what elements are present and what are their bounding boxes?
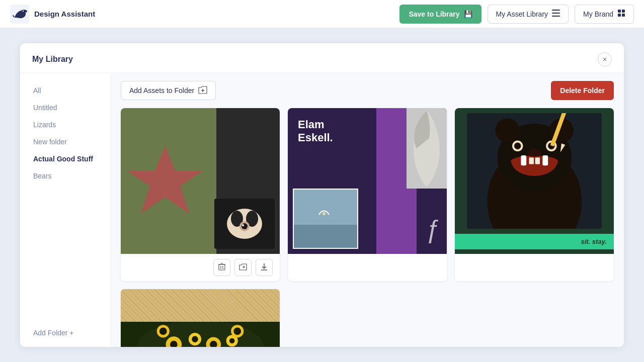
add-folder-button[interactable]: Add Folder + (28, 324, 102, 337)
svg-point-41 (528, 149, 541, 157)
main-content: My Library × All Untitled Lizards New (0, 28, 644, 362)
list-icon (552, 10, 560, 18)
asset-card-1 (121, 108, 280, 281)
delete-asset-button[interactable] (213, 259, 230, 276)
svg-point-16 (242, 223, 248, 229)
card3-bear-image (467, 113, 602, 229)
sidebar-item-untitled[interactable]: Untitled (28, 100, 102, 115)
library-panel: My Library × All Untitled Lizards New (20, 43, 624, 347)
card2-background: ElamEskell. (288, 108, 447, 254)
svg-point-39 (514, 143, 521, 149)
add-assets-button[interactable]: Add Assets to Folder (121, 81, 216, 100)
svg-rect-18 (219, 264, 225, 270)
move-asset-button[interactable] (234, 259, 252, 276)
my-brand-button[interactable]: My Brand (575, 5, 634, 24)
svg-point-57 (233, 328, 241, 335)
svg-rect-34 (542, 155, 548, 165)
asset-card-4-image (121, 289, 280, 347)
svg-rect-26 (294, 225, 358, 249)
sidebar-item-actual-good-stuff[interactable]: Actual Good Stuff (28, 151, 102, 166)
assets-area: Add Assets to Folder Delete Folder (111, 73, 624, 347)
delete-folder-label: Delete Folder (560, 86, 605, 95)
card3-background: sit. stay. (455, 108, 614, 254)
header-actions: Save to Library 💾 My Asset Library My Br… (399, 5, 634, 24)
brand-icon (617, 9, 625, 19)
app-name: Design Assistant (34, 10, 95, 18)
svg-point-31 (495, 118, 519, 142)
sidebar-item-lizards[interactable]: Lizards (28, 117, 102, 132)
asset-card-3-image: sit. stay. (455, 108, 614, 254)
close-icon: × (603, 55, 607, 63)
svg-rect-2 (552, 10, 560, 11)
asset-card-1-image (121, 108, 280, 254)
sidebar-item-bears[interactable]: Bears (28, 168, 102, 184)
svg-rect-33 (521, 155, 526, 165)
svg-rect-8 (622, 14, 625, 17)
card2-sea-photo (293, 189, 358, 249)
header: Design Assistant Save to Library 💾 My As… (0, 0, 644, 28)
svg-rect-3 (552, 13, 560, 14)
asset-card-2-image: ElamEskell. (288, 108, 447, 254)
svg-point-17 (242, 224, 244, 226)
logo-area: Design Assistant (10, 5, 399, 24)
asset-grid: ElamEskell. (121, 108, 614, 347)
svg-point-1 (23, 10, 24, 11)
sidebar-item-new-folder[interactable]: New folder (28, 134, 102, 149)
svg-rect-36 (535, 157, 539, 164)
asset-library-button[interactable]: My Asset Library (488, 5, 569, 24)
card3-text: sit. stay. (455, 234, 614, 249)
asset-card-3: sit. stay. (455, 108, 614, 281)
my-brand-label: My Brand (583, 10, 613, 18)
delete-folder-button[interactable]: Delete Folder (551, 81, 614, 100)
card2-swirl-decoration: ƒ (425, 215, 439, 244)
svg-rect-4 (552, 16, 560, 17)
save-label: Save to Library (409, 10, 459, 18)
asset-card-1-actions (121, 254, 280, 281)
save-icon: 💾 (464, 10, 472, 18)
svg-rect-35 (529, 157, 533, 164)
card2-title-text: ElamEskell. (298, 118, 333, 145)
app-logo (10, 5, 29, 24)
svg-rect-5 (618, 10, 621, 13)
trash-icon (218, 263, 225, 272)
asset-library-label: My Asset Library (496, 10, 548, 18)
folder-move-icon (239, 263, 247, 272)
library-sidebar: All Untitled Lizards New folder Actual G… (20, 73, 111, 347)
close-library-button[interactable]: × (598, 52, 612, 66)
add-assets-label: Add Assets to Folder (129, 86, 194, 95)
folder-add-icon (198, 86, 207, 96)
assets-toolbar: Add Assets to Folder Delete Folder (121, 81, 614, 100)
svg-rect-7 (618, 14, 621, 17)
svg-point-53 (229, 338, 235, 344)
asset-card-2: ElamEskell. (288, 108, 447, 281)
svg-rect-6 (622, 10, 625, 13)
card2-bird-image (407, 108, 447, 189)
star-icon (125, 141, 205, 221)
svg-marker-11 (127, 146, 203, 214)
download-icon (261, 263, 268, 272)
sidebar-item-all[interactable]: All (28, 83, 102, 98)
save-to-library-button[interactable]: Save to Library 💾 (399, 5, 481, 24)
download-asset-button[interactable] (256, 259, 273, 276)
svg-point-51 (192, 336, 198, 343)
library-panel-header: My Library × (20, 43, 624, 73)
svg-point-27 (323, 212, 326, 215)
library-panel-title: My Library (32, 55, 73, 64)
card1-background (121, 108, 280, 254)
snoopy-image (214, 199, 275, 249)
asset-card-4 (121, 289, 280, 347)
panel-body: All Untitled Lizards New folder Actual G… (20, 73, 624, 347)
svg-point-55 (159, 328, 167, 335)
